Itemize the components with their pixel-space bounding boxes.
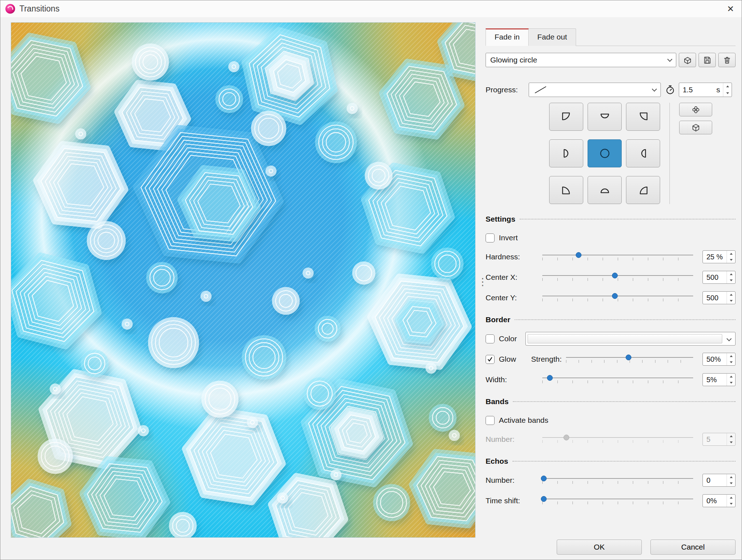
border-width-spinbox[interactable]: 5% xyxy=(702,373,736,386)
glow-strength-row: Glow Strength: 50% xyxy=(486,352,736,366)
spin-arrows xyxy=(727,353,735,365)
stopwatch-icon xyxy=(665,85,675,95)
clover-button[interactable] xyxy=(679,103,712,116)
spin-up-button[interactable] xyxy=(727,353,735,359)
slider-handle[interactable] xyxy=(612,273,618,278)
center-x-spinbox[interactable]: 500 xyxy=(702,271,736,284)
spin-up-button[interactable] xyxy=(727,292,735,298)
dotted-leader xyxy=(513,401,736,402)
position-right-button[interactable] xyxy=(626,139,660,167)
activate-bands-checkbox[interactable] xyxy=(486,416,495,425)
bands-section-header: Bands xyxy=(486,396,736,407)
up-arrow-icon xyxy=(730,497,733,499)
hardness-row: Hardness: 25 % xyxy=(486,250,736,264)
spin-down-button[interactable] xyxy=(727,480,735,486)
spin-up-button[interactable] xyxy=(727,251,735,257)
slider-ticks xyxy=(542,440,693,443)
position-top-button[interactable] xyxy=(588,103,622,131)
border-color-combo[interactable] xyxy=(525,332,736,346)
down-arrow-icon xyxy=(730,382,733,384)
slider-handle[interactable] xyxy=(541,476,547,481)
time-shift-slider[interactable] xyxy=(542,495,693,506)
echos-number-spinbox[interactable]: 0 xyxy=(702,474,736,487)
time-shift-spinbox[interactable]: 0% xyxy=(702,494,736,507)
delete-preset-button[interactable] xyxy=(718,53,736,67)
color-label: Color xyxy=(499,334,517,343)
position-bottom-left-button[interactable] xyxy=(549,176,583,204)
center-x-row: Center X: 500 xyxy=(486,270,736,284)
center-x-label: Center X: xyxy=(486,273,542,282)
spin-up-button[interactable] xyxy=(727,474,735,480)
origin-grid-area xyxy=(549,103,736,204)
slider-handle[interactable] xyxy=(547,375,553,381)
position-left-button[interactable] xyxy=(549,139,583,167)
echos-number-label: Number: xyxy=(486,476,542,485)
position-top-right-button[interactable] xyxy=(626,103,660,131)
color-swatch xyxy=(528,334,722,343)
ok-button[interactable]: OK xyxy=(557,540,642,555)
spin-down-button[interactable] xyxy=(727,298,735,304)
bands-number-value: 5 xyxy=(706,435,727,444)
circle-top-icon xyxy=(598,110,612,124)
circle-bottom-left-icon xyxy=(560,183,573,197)
position-center-button[interactable] xyxy=(588,139,622,167)
down-arrow-icon xyxy=(730,279,733,281)
circle-top-right-icon xyxy=(636,110,650,124)
spin-down-button[interactable] xyxy=(727,359,735,365)
spin-up-button[interactable] xyxy=(723,83,732,90)
spin-down-button xyxy=(727,439,735,445)
position-bottom-button[interactable] xyxy=(588,176,622,204)
center-x-slider[interactable] xyxy=(542,272,693,283)
spin-down-button[interactable] xyxy=(727,501,735,507)
up-arrow-icon xyxy=(730,435,733,437)
down-arrow-icon xyxy=(730,361,733,363)
hardness-spinbox[interactable]: 25 % xyxy=(702,250,736,263)
tab-fade-in[interactable]: Fade in xyxy=(486,28,529,46)
vertical-separator xyxy=(669,103,670,204)
combo-arrow-zone[interactable] xyxy=(723,332,735,345)
spin-down-button[interactable] xyxy=(727,380,735,386)
border-width-slider[interactable] xyxy=(542,374,693,385)
glow-label: Glow xyxy=(499,355,516,364)
cube-button[interactable] xyxy=(679,121,712,134)
spin-down-button[interactable] xyxy=(727,257,735,263)
progress-curve-combo[interactable] xyxy=(529,83,661,97)
invert-checkbox[interactable] xyxy=(486,233,495,242)
preset-combo-value: Glowing circle xyxy=(490,56,537,64)
spin-down-button[interactable] xyxy=(723,90,732,97)
spin-up-button[interactable] xyxy=(727,374,735,380)
slider-handle[interactable] xyxy=(576,252,581,258)
save-preset-button[interactable] xyxy=(699,53,716,67)
close-button[interactable]: ✕ xyxy=(722,2,739,16)
center-y-spinbox[interactable]: 500 xyxy=(702,291,736,304)
glow-checkbox[interactable] xyxy=(486,355,495,364)
duration-spinbox[interactable]: 1.5 s xyxy=(679,83,732,97)
cancel-button[interactable]: Cancel xyxy=(650,540,736,555)
slider-ticks xyxy=(542,258,693,260)
activate-bands-label: Activate bands xyxy=(499,416,548,425)
glow-strength-slider[interactable] xyxy=(566,354,693,365)
slider-ticks xyxy=(542,380,693,383)
spin-arrows xyxy=(727,474,735,486)
echos-number-slider[interactable] xyxy=(542,475,693,486)
chevron-down-icon xyxy=(727,336,732,341)
load-preset-button[interactable] xyxy=(679,53,696,67)
spin-up-button[interactable] xyxy=(727,495,735,501)
color-checkbox[interactable] xyxy=(486,334,495,343)
up-arrow-icon xyxy=(726,85,729,87)
position-top-left-button[interactable] xyxy=(549,103,583,131)
hardness-slider[interactable] xyxy=(542,251,693,262)
spin-up-button[interactable] xyxy=(727,271,735,277)
spin-down-button[interactable] xyxy=(727,277,735,283)
tab-fade-out[interactable]: Fade out xyxy=(529,28,576,46)
down-arrow-icon xyxy=(730,482,733,484)
center-y-slider[interactable] xyxy=(542,292,693,303)
slider-handle[interactable] xyxy=(612,293,618,299)
preset-combo[interactable]: Glowing circle xyxy=(486,53,676,67)
slider-handle[interactable] xyxy=(626,355,631,360)
circle-bottom-right-icon xyxy=(636,183,650,197)
glow-strength-spinbox[interactable]: 50% xyxy=(702,353,736,366)
position-bottom-right-button[interactable] xyxy=(626,176,660,204)
slider-handle[interactable] xyxy=(541,496,547,502)
spin-arrows xyxy=(727,271,735,283)
